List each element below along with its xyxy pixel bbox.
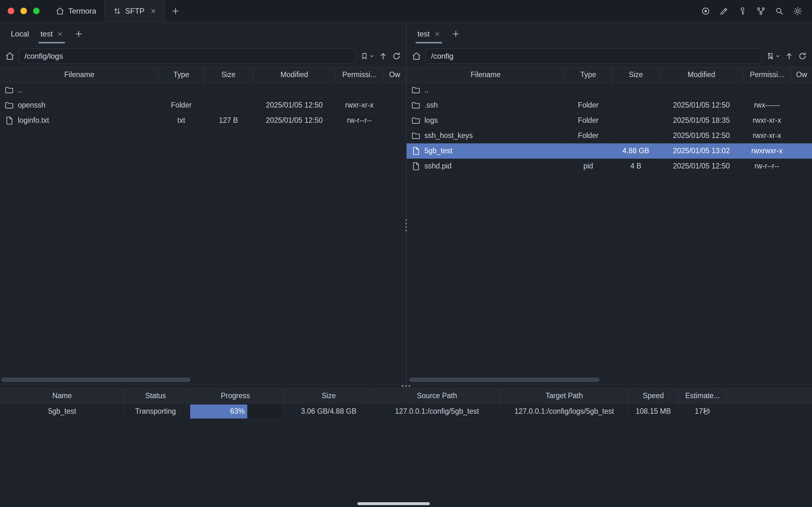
file-permissions: rwxr-xr-x xyxy=(335,98,383,113)
scrollbar-thumb[interactable] xyxy=(409,378,600,382)
tab-test-right[interactable]: test xyxy=(412,22,446,45)
home-icon[interactable] xyxy=(412,51,421,61)
file-type: txt xyxy=(159,113,204,128)
column-header-permissions[interactable]: Permissi... xyxy=(335,67,383,82)
tab-local-label: Local xyxy=(11,30,29,38)
file-owner xyxy=(791,128,812,144)
tab-test-left[interactable]: test xyxy=(35,22,69,45)
file-name: sshd.pid xyxy=(424,162,452,170)
file-size xyxy=(612,113,660,128)
refresh-icon[interactable] xyxy=(798,52,807,61)
column-header-size[interactable]: Size xyxy=(284,388,373,404)
file-row[interactable]: sshd.pid pid 4 B 2025/01/05 12:50 rw-r--… xyxy=(407,159,812,174)
path-text-right: /config xyxy=(431,52,453,61)
file-row[interactable]: openssh Folder 2025/01/05 12:50 rwxr-xr-… xyxy=(0,98,406,113)
folder-icon xyxy=(411,101,421,110)
new-session-tab-button[interactable] xyxy=(69,22,89,45)
file-size xyxy=(612,98,660,113)
column-header-modified[interactable]: Modified xyxy=(660,67,743,82)
pencil-icon[interactable] xyxy=(719,6,729,16)
file-panes: Local test /config/logs xyxy=(0,22,812,384)
column-header-speed[interactable]: Speed xyxy=(628,388,679,404)
column-header-filename[interactable]: Filename xyxy=(0,67,159,82)
transfer-estimate: 17秒 xyxy=(679,404,726,419)
home-icon[interactable] xyxy=(5,51,15,61)
column-header-type[interactable]: Type xyxy=(159,67,204,82)
file-permissions: rw-r--r-- xyxy=(335,113,383,128)
bookmark-button-right[interactable] xyxy=(766,52,780,60)
column-header-name[interactable]: Name xyxy=(0,388,124,404)
file-owner xyxy=(791,98,812,113)
file-permissions xyxy=(335,82,383,98)
progress-bar: 63% xyxy=(190,404,281,418)
column-header-type[interactable]: Type xyxy=(565,67,612,82)
file-owner xyxy=(383,113,406,128)
file-size xyxy=(204,98,253,113)
file-name: openssh xyxy=(18,101,45,109)
file-row[interactable]: .. xyxy=(0,82,406,98)
file-size: 127 B xyxy=(204,113,253,128)
close-icon[interactable] xyxy=(150,8,157,14)
file-row[interactable]: logs Folder 2025/01/05 18:35 rwxr-xr-x xyxy=(407,113,812,128)
bottom-scrollbar-thumb[interactable] xyxy=(358,502,430,505)
column-header-size[interactable]: Size xyxy=(204,67,253,82)
progress-fill: 63% xyxy=(190,404,247,418)
record-icon[interactable] xyxy=(700,6,711,16)
file-modified: 2025/01/05 12:50 xyxy=(660,98,743,113)
bookmark-button-left[interactable] xyxy=(360,52,374,60)
tab-termora-label: Termora xyxy=(68,7,96,15)
tab-local[interactable]: Local xyxy=(5,22,35,45)
close-window-button[interactable] xyxy=(8,8,14,14)
path-input-left[interactable]: /config/logs xyxy=(19,49,356,64)
file-type xyxy=(159,82,204,98)
tab-sftp[interactable]: SFTP xyxy=(104,0,165,22)
folder-icon xyxy=(411,116,421,125)
column-header-source-path[interactable]: Source Path xyxy=(373,388,501,404)
scrollbar-thumb[interactable] xyxy=(1,378,191,382)
zoom-window-button[interactable] xyxy=(33,8,40,14)
column-header-owner[interactable]: Ow xyxy=(791,67,812,82)
right-pane: test /config xyxy=(407,22,812,384)
transfer-source-path: 127.0.0.1:/config/5gb_test xyxy=(373,404,501,419)
right-horizontal-scrollbar xyxy=(407,378,812,382)
arrow-up-icon[interactable] xyxy=(379,52,388,61)
close-icon[interactable] xyxy=(434,31,440,37)
file-permissions xyxy=(743,82,791,98)
transfer-arrows-icon xyxy=(113,7,121,15)
file-row[interactable]: ssh_host_keys Folder 2025/01/05 12:50 rw… xyxy=(407,128,812,144)
column-header-filename[interactable]: Filename xyxy=(407,67,565,82)
panel-splitter-grip-icon[interactable] xyxy=(402,385,411,387)
tab-termora[interactable]: Termora xyxy=(47,0,104,22)
column-header-estimate[interactable]: Estimate... xyxy=(679,388,726,404)
new-window-tab-button[interactable] xyxy=(165,0,186,22)
gear-icon[interactable] xyxy=(792,6,803,16)
refresh-icon[interactable] xyxy=(392,52,401,61)
transfer-panel: Name Status Progress Size Source Path Ta… xyxy=(0,384,812,507)
transfer-size: 3.06 GB/4.88 GB xyxy=(284,404,373,419)
branch-icon[interactable] xyxy=(756,6,766,16)
file-size xyxy=(612,82,660,98)
file-row[interactable]: .ssh Folder 2025/01/05 12:50 rwx------ xyxy=(407,98,812,113)
column-header-target-path[interactable]: Target Path xyxy=(501,388,628,404)
new-session-tab-button[interactable] xyxy=(446,22,466,45)
file-type: Folder xyxy=(159,98,204,113)
key-icon[interactable] xyxy=(737,6,748,16)
column-header-status[interactable]: Status xyxy=(124,388,187,404)
column-header-modified[interactable]: Modified xyxy=(253,67,335,82)
file-row[interactable]: loginfo.txt txt 127 B 2025/01/05 12:50 r… xyxy=(0,113,406,128)
column-header-permissions[interactable]: Permissi... xyxy=(743,67,791,82)
column-header-owner[interactable]: Ow xyxy=(383,67,406,82)
file-permissions: rwxr-xr-x xyxy=(743,113,791,128)
arrow-up-icon[interactable] xyxy=(785,52,794,61)
home-icon xyxy=(56,7,64,15)
file-row[interactable]: 5gb_test 4.88 GB 2025/01/05 13:02 rwxrwx… xyxy=(407,144,812,159)
column-header-progress[interactable]: Progress xyxy=(187,388,284,404)
close-icon[interactable] xyxy=(57,31,63,37)
path-input-right[interactable]: /config xyxy=(426,49,762,64)
column-header-size[interactable]: Size xyxy=(612,67,660,82)
transfer-row[interactable]: 5gb_test Transporting 63% 3.06 GB/4.88 G… xyxy=(0,404,812,419)
folder-icon xyxy=(4,86,14,95)
search-icon[interactable] xyxy=(774,6,785,16)
minimize-window-button[interactable] xyxy=(20,8,27,14)
file-row[interactable]: .. xyxy=(407,82,812,98)
